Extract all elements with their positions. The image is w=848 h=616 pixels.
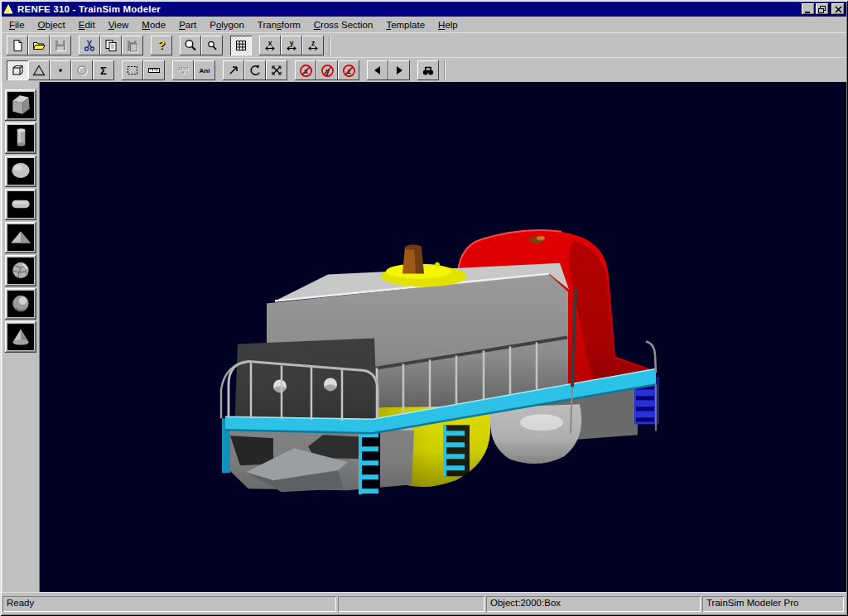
cut-scissors-icon	[83, 39, 96, 52]
model-exhaust-stack	[381, 244, 467, 286]
menu-edit[interactable]: Edit	[72, 18, 102, 31]
primitive-cylinder-button[interactable]	[5, 123, 36, 154]
menu-bar: FileObjectEditViewModePartPolygonTransfo…	[2, 17, 846, 32]
toolbar-tools: Σ ADD Ani	[2, 57, 846, 82]
help-button[interactable]: ? ?	[151, 36, 172, 55]
open-button[interactable]	[28, 36, 50, 55]
restore-button[interactable]	[816, 3, 829, 15]
scale-icon	[270, 64, 283, 77]
model-front-steps	[359, 425, 380, 494]
viewport-3d[interactable]	[40, 82, 846, 592]
menu-template[interactable]: Template	[379, 18, 431, 31]
box-tool-icon	[11, 64, 24, 77]
measure-tool-button[interactable]	[143, 60, 165, 80]
mirror-x-button[interactable]: x	[259, 36, 281, 55]
menu-view[interactable]: View	[102, 18, 136, 31]
next-button[interactable]	[388, 60, 410, 80]
copy-icon	[104, 39, 118, 52]
svg-text:?: ?	[158, 39, 166, 51]
zoom-out-button[interactable]	[201, 36, 223, 55]
menu-transform[interactable]: Transform	[251, 18, 307, 31]
primitive-pyramid-button[interactable]	[5, 222, 36, 253]
zoom-in-button[interactable]	[180, 36, 201, 55]
app-icon	[3, 3, 15, 15]
next-arrow-icon	[393, 64, 406, 77]
model-nose	[234, 338, 378, 430]
point-tool-button[interactable]	[50, 60, 71, 80]
lock-x-icon: x	[299, 64, 313, 78]
primitive-capsule-button[interactable]	[5, 189, 36, 220]
rotate-tool-button[interactable]	[244, 60, 266, 80]
shape-palette	[2, 82, 40, 592]
menu-help[interactable]: Help	[431, 18, 465, 31]
open-folder-icon	[32, 39, 46, 52]
animate-icon: Ani	[198, 64, 211, 77]
primitive-geosphere-button[interactable]	[5, 255, 36, 286]
mirror-y-button[interactable]: y	[281, 36, 302, 55]
move-tool-button[interactable]	[223, 60, 244, 80]
window-title: RENFE 310 - TrainSim Modeler	[17, 4, 801, 14]
close-button[interactable]	[831, 3, 845, 15]
menu-cross-section[interactable]: Cross Section	[307, 18, 380, 31]
box-primitive-icon	[7, 92, 34, 118]
paste-clipboard-icon	[126, 39, 139, 52]
svg-text:x: x	[268, 39, 272, 47]
menu-file[interactable]: File	[2, 18, 31, 31]
sigma-tool-button[interactable]: Σ	[93, 60, 114, 80]
move-arrow-icon	[227, 64, 240, 77]
binoculars-icon	[422, 64, 435, 77]
polygon-tool-button[interactable]	[28, 60, 50, 80]
primitive-smooth-sphere-button[interactable]	[5, 288, 36, 320]
rotate-icon	[248, 64, 262, 77]
title-bar: RENFE 310 - TrainSim Modeler	[2, 2, 846, 17]
lock-y-button[interactable]: y	[316, 60, 338, 80]
status-ready: Ready	[2, 596, 336, 612]
box-tool-button[interactable]	[7, 60, 28, 80]
primitive-box-button[interactable]	[5, 89, 36, 121]
status-app: TrainSim Modeler Pro	[702, 596, 844, 612]
primitive-cone-button[interactable]	[5, 321, 36, 353]
smooth-sphere-primitive-icon	[7, 291, 34, 317]
primitive-sphere-button[interactable]	[5, 156, 36, 187]
mirror-z-icon: z	[306, 39, 320, 52]
workspace	[2, 82, 846, 592]
find-button[interactable]	[417, 60, 439, 80]
svg-text:y: y	[290, 39, 294, 47]
select-tool-button[interactable]	[122, 60, 143, 80]
cut-button[interactable]	[79, 36, 100, 55]
restore-icon	[818, 6, 826, 13]
menu-polygon[interactable]: Polygon	[203, 18, 251, 31]
status-middle	[338, 596, 484, 612]
save-disk-icon	[54, 39, 67, 52]
save-button[interactable]	[50, 36, 71, 55]
lock-x-button[interactable]: x	[295, 60, 316, 80]
pyramid-primitive-icon	[7, 224, 34, 251]
mirror-z-button[interactable]: z	[302, 36, 324, 55]
grid-icon	[234, 39, 248, 52]
lock-y-icon: y	[320, 64, 335, 78]
cylinder-primitive-icon	[7, 125, 34, 152]
menu-mode[interactable]: Mode	[135, 18, 172, 31]
add-mode-button[interactable]: ADD	[172, 60, 194, 80]
prev-button[interactable]	[367, 60, 388, 80]
minimize-button[interactable]	[802, 3, 815, 15]
model-mid-steps	[443, 425, 470, 476]
menu-part[interactable]: Part	[172, 18, 203, 31]
animate-button[interactable]: Ani	[194, 60, 215, 80]
svg-text:Ani: Ani	[200, 67, 210, 75]
scale-tool-button[interactable]	[266, 60, 287, 80]
lock-z-button[interactable]: z	[338, 60, 359, 80]
menu-object[interactable]: Object	[31, 18, 72, 31]
close-icon	[835, 6, 842, 13]
copy-button[interactable]	[100, 36, 122, 55]
toolbar-main: ? ? x	[2, 32, 846, 57]
svg-text:z: z	[311, 39, 315, 47]
magnifier-large-icon	[184, 39, 197, 52]
paste-button[interactable]	[122, 36, 143, 55]
new-button[interactable]	[7, 36, 28, 55]
grid-toggle-button[interactable]	[230, 36, 252, 55]
marquee-select-icon	[126, 64, 139, 77]
help-icon: ? ?	[155, 39, 168, 52]
triangle-tool-icon	[32, 64, 46, 77]
circle-tool-button[interactable]	[71, 60, 93, 80]
